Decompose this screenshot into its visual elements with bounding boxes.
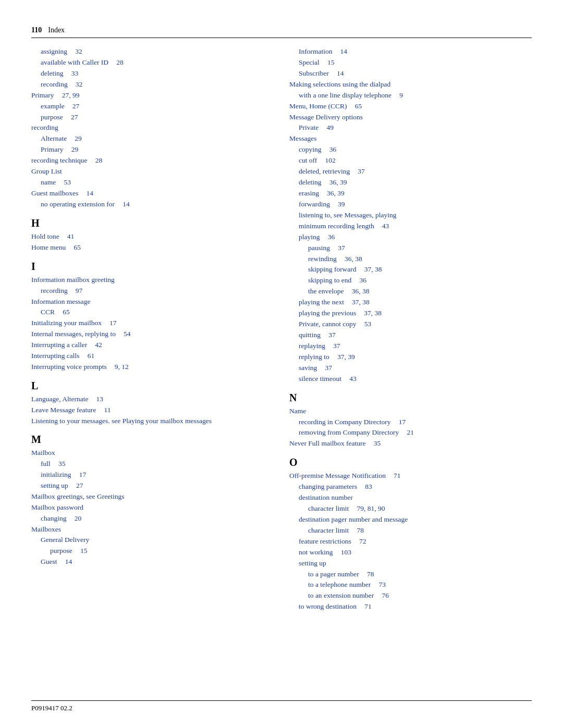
list-item: feature restrictions 72 [289, 536, 532, 547]
list-item: Primary 27, 99 [31, 90, 274, 101]
list-item: setting up [289, 558, 532, 569]
list-item: replaying 37 [289, 341, 532, 352]
list-item: to wrong destination 71 [289, 601, 532, 612]
list-item: to an extension number 76 [289, 590, 532, 601]
section-l-entries: Language, Alternate 13 Leave Message fea… [31, 394, 274, 426]
list-item: minimum recording length 43 [289, 221, 532, 232]
list-item: Guest 14 [31, 557, 274, 567]
page-footer: P0919417 02.2 [31, 700, 532, 712]
list-item: Initializing your mailbox 17 [31, 318, 274, 329]
list-item: purpose 15 [31, 546, 274, 557]
list-item: recording 32 [31, 79, 274, 90]
list-item: Group List [31, 166, 274, 177]
list-item: rewinding 36, 38 [289, 254, 532, 265]
list-item: to a telephone number 73 [289, 579, 532, 590]
list-item: Name [289, 406, 532, 417]
list-item: CCR 65 [31, 307, 274, 318]
list-item: deleted, retrieving 37 [289, 166, 532, 177]
list-item: setting up 27 [31, 480, 274, 491]
list-item: no operating extension for 14 [31, 199, 274, 210]
list-item: Information 14 [289, 46, 532, 57]
list-item: recording technique 28 [31, 155, 274, 166]
list-item: playing 36 [289, 232, 532, 243]
list-item: Menu, Home (CCR) 65 [289, 101, 532, 112]
list-item: Interrupting voice prompts 9, 12 [31, 362, 274, 373]
list-item: deleting 36, 39 [289, 177, 532, 188]
list-item: Listening to your messages. see Playing … [31, 416, 274, 426]
list-item: changing 20 [31, 513, 274, 524]
list-item: Interrupting calls 61 [31, 351, 274, 362]
list-item: with a one line display telephone 9 [289, 90, 532, 101]
list-item: quitting 37 [289, 330, 532, 341]
list-item: skipping forward 37, 38 [289, 264, 532, 275]
section-n: N [289, 392, 532, 404]
list-item: assigning 32 [31, 46, 274, 57]
list-item: Home menu 65 [31, 242, 274, 253]
list-item: Information message [31, 297, 274, 307]
list-item: full 35 [31, 459, 274, 470]
list-item: Off-premise Message Notification 71 [289, 471, 532, 482]
list-item: the envelope 36, 38 [289, 286, 532, 297]
list-item: to a pager number 78 [289, 569, 532, 580]
list-item: destination number [289, 492, 532, 503]
list-item: initializing 17 [31, 470, 274, 480]
list-item: Internal messages, replying to 54 [31, 329, 274, 340]
list-item: available with Caller ID 28 [31, 57, 274, 68]
page-number: 110 [31, 26, 42, 34]
list-item: saving 37 [289, 363, 532, 374]
list-item: Primary 29 [31, 144, 274, 155]
left-column: assigning 32 available with Caller ID 28… [31, 46, 289, 612]
section-i-entries: Information mailbox greeting recording 9… [31, 275, 274, 373]
list-item: Private, cannot copy 53 [289, 319, 532, 330]
list-item: Language, Alternate 13 [31, 394, 274, 405]
header-title: Index [48, 26, 65, 34]
right-column: Information 14 Special 15 Subscriber 14 … [289, 46, 532, 612]
list-item: silence timeout 43 [289, 374, 532, 385]
list-item: recording 97 [31, 286, 274, 297]
section-m-entries: Mailbox full 35 initializing 17 setting … [31, 448, 274, 567]
list-item: Mailbox [31, 448, 274, 459]
list-item: Mailbox password [31, 502, 274, 513]
list-item: Messages [289, 133, 532, 144]
list-item: copying 36 [289, 144, 532, 155]
page-header: 110 Index [31, 26, 532, 38]
section-o-entries: Off-premise Message Notification 71 chan… [289, 471, 532, 612]
section-h-entries: Hold tone 41 Home menu 65 [31, 231, 274, 253]
list-item: Interrupting a caller 42 [31, 340, 274, 351]
list-item: Mailbox greetings, see Greetings [31, 491, 274, 502]
list-item: erasing 36, 39 [289, 188, 532, 199]
list-item: replying to 37, 39 [289, 352, 532, 363]
footer-text: P0919417 02.2 [31, 704, 72, 712]
list-item: Message Delivery options [289, 112, 532, 123]
list-item: changing parameters 83 [289, 482, 532, 492]
list-item: Alternate 29 [31, 133, 274, 144]
section-l: L [31, 380, 274, 392]
list-item: deleting 33 [31, 68, 274, 79]
list-item: pausing 37 [289, 243, 532, 254]
section-o: O [289, 456, 532, 468]
list-item: removing from Company Directory 21 [289, 427, 532, 438]
top-entries-right: Information 14 Special 15 Subscriber 14 … [289, 46, 532, 385]
list-item: character limit 78 [289, 525, 532, 536]
list-item: forwarding 39 [289, 199, 532, 210]
section-m: M [31, 434, 274, 446]
list-item: destination pager number and message [289, 514, 532, 525]
list-item: name 53 [31, 177, 274, 188]
list-item: Never Full mailbox feature 35 [289, 438, 532, 449]
section-h: H [31, 217, 274, 229]
content-area: assigning 32 available with Caller ID 28… [31, 46, 532, 612]
list-item: character limit 79, 81, 90 [289, 503, 532, 514]
list-item: Guest mailboxes 14 [31, 188, 274, 199]
list-item: Special 15 [289, 57, 532, 68]
list-item: recording in Company Directory 17 [289, 417, 532, 428]
list-item: purpose 27 [31, 112, 274, 123]
list-item: listening to, see Messages, playing [289, 210, 532, 221]
list-item: Private 49 [289, 122, 532, 133]
section-n-entries: Name recording in Company Directory 17 r… [289, 406, 532, 450]
section-i: I [31, 261, 274, 273]
list-item: Leave Message feature 11 [31, 405, 274, 416]
list-item: playing the previous 37, 38 [289, 308, 532, 319]
list-item: Information mailbox greeting [31, 275, 274, 286]
list-item: example 27 [31, 101, 274, 112]
list-item: General Delivery [31, 535, 274, 546]
